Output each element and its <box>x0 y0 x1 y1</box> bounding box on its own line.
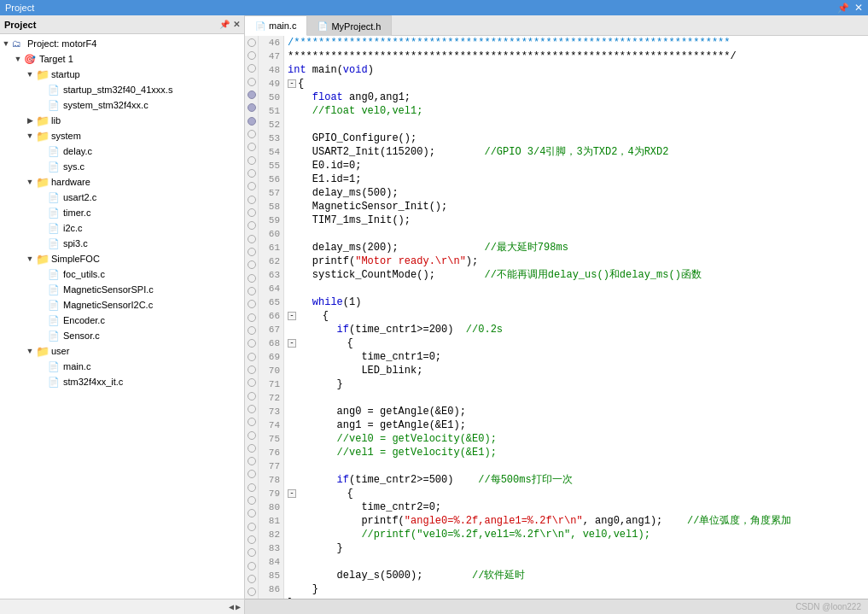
sidebar-item-sys-c[interactable]: 📄sys.c <box>0 159 244 174</box>
sidebar-item-system-folder[interactable]: ▼📁system <box>0 128 244 143</box>
bp-53[interactable] <box>245 127 259 140</box>
bp-61[interactable] <box>245 232 259 245</box>
sidebar-item-timer-c[interactable]: 📄timer.c <box>0 205 244 220</box>
bp-51[interactable] <box>245 102 259 114</box>
bp-55[interactable] <box>245 154 259 167</box>
bp-57[interactable] <box>245 180 259 193</box>
bp-54[interactable] <box>245 141 259 154</box>
sidebar-item-startup-folder[interactable]: ▼📁startup <box>0 67 244 82</box>
fold-btn-68[interactable]: - <box>288 339 296 348</box>
sidebar-item-spi3-c[interactable]: 📄spi3.c <box>0 236 244 251</box>
bp-73[interactable] <box>245 389 259 402</box>
bp-65[interactable] <box>245 284 259 297</box>
bp-87[interactable] <box>245 572 259 585</box>
code-line-66: - { <box>288 309 868 323</box>
bp-66[interactable] <box>245 298 259 311</box>
bp-72[interactable] <box>245 377 259 389</box>
close-icon[interactable]: ✕ <box>854 2 863 14</box>
code-editor[interactable]: 4647484950515253545556575859606162636465… <box>245 36 868 599</box>
bp-62[interactable] <box>245 245 259 258</box>
code-line-58: MagneticSensor_Init(); <box>288 200 868 213</box>
bp-49[interactable] <box>245 75 259 88</box>
bp-80[interactable] <box>245 481 259 494</box>
fold-btn-79[interactable]: - <box>288 489 296 498</box>
sidebar-item-i2c-c[interactable]: 📄i2c.c <box>0 220 244 236</box>
tree-label-startup-stm: startup_stm32f40_41xxx.s <box>63 85 172 95</box>
sidebar-item-target1[interactable]: ▼🎯Target 1 <box>0 51 244 67</box>
bp-63[interactable] <box>245 259 259 272</box>
bp-70[interactable] <box>245 350 259 363</box>
scroll-right-icon[interactable]: ▶ <box>236 602 241 612</box>
sidebar-item-user-folder[interactable]: ▼📁user <box>0 343 244 359</box>
scroll-left-icon[interactable]: ◀ <box>229 602 234 612</box>
tree-label-sys-c: sys.c <box>63 161 84 172</box>
line-num-47: 47 <box>259 50 283 63</box>
bp-82[interactable] <box>245 507 259 520</box>
bp-69[interactable] <box>245 337 259 350</box>
title-text: Project <box>5 3 34 13</box>
bp-68[interactable] <box>245 324 259 336</box>
code-line-48: int main(void) <box>288 63 868 77</box>
sidebar-item-usart2-c[interactable]: 📄usart2.c <box>0 190 244 205</box>
bp-60[interactable] <box>245 219 259 232</box>
fold-btn-49[interactable]: - <box>288 79 296 88</box>
bp-64[interactable] <box>245 272 259 284</box>
sidebar-item-sensor-c[interactable]: 📄Sensor.c <box>0 328 244 343</box>
bp-50[interactable] <box>245 88 259 101</box>
code-line-61: delay_ms(200); //最大延时798ms <box>288 241 868 254</box>
sidebar-item-delay-c[interactable]: 📄delay.c <box>0 143 244 159</box>
bp-67[interactable] <box>245 311 259 324</box>
sidebar-item-hardware-folder[interactable]: ▼📁hardware <box>0 174 244 190</box>
tab-MyProject-h[interactable]: 📄MyProject.h <box>307 15 392 36</box>
line-num-73: 73 <box>259 405 283 418</box>
sidebar-item-magnetic-i2c[interactable]: 📄MagneticSensorI2C.c <box>0 297 244 313</box>
sidebar-item-system-stm[interactable]: 📄system_stm32f4xx.c <box>0 97 244 113</box>
bp-84[interactable] <box>245 533 259 546</box>
bp-75[interactable] <box>245 416 259 429</box>
sidebar-item-foc-utils[interactable]: 📄foc_utils.c <box>0 266 244 282</box>
sidebar-item-main-c[interactable]: 📄main.c <box>0 359 244 374</box>
fold-btn-66[interactable]: - <box>288 312 296 320</box>
sidebar-item-magnetic-spi[interactable]: 📄MagneticSensorSPI.c <box>0 282 244 297</box>
bp-85[interactable] <box>245 547 259 559</box>
sidebar-item-project-root[interactable]: ▼🗂Project: motorF4 <box>0 36 244 51</box>
line-num-49: 49 <box>259 77 283 91</box>
code-line-63: systick_CountMode(); //不能再调用delay_us()和d… <box>288 268 868 282</box>
sidebar-item-stm32-it[interactable]: 📄stm32f4xx_it.c <box>0 374 244 389</box>
line-num-70: 70 <box>259 364 283 377</box>
sidebar-item-encoder-c[interactable]: 📄Encoder.c <box>0 313 244 328</box>
bp-77[interactable] <box>245 441 259 454</box>
bp-47[interactable] <box>245 49 259 61</box>
bp-88[interactable] <box>245 586 259 599</box>
code-line-76: //vel1 = getVelocity(&E1); <box>288 446 868 459</box>
close-sidebar-icon[interactable]: ✕ <box>233 20 240 29</box>
bp-78[interactable] <box>245 455 259 468</box>
sidebar-item-startup-stm[interactable]: 📄startup_stm32f40_41xxx.s <box>0 82 244 97</box>
bp-59[interactable] <box>245 206 259 219</box>
bp-52[interactable] <box>245 114 259 127</box>
line-num-55: 55 <box>259 159 283 173</box>
pin-icon[interactable]: 📌 <box>837 3 849 14</box>
bp-56[interactable] <box>245 167 259 179</box>
code-line-78: if(time_cntr2>=500) //每500ms打印一次 <box>288 473 868 487</box>
sidebar-item-simplefoc-folder[interactable]: ▼📁SimpleFOC <box>0 251 244 266</box>
code-line-71: } <box>288 377 868 391</box>
line-num-83: 83 <box>259 541 283 555</box>
sidebar-item-lib-folder[interactable]: ▶📁lib <box>0 113 244 128</box>
bp-74[interactable] <box>245 402 259 415</box>
bp-71[interactable] <box>245 363 259 376</box>
project-tree: ▼🗂Project: motorF4▼🎯Target 1▼📁startup📄st… <box>0 34 244 599</box>
code-line-73: ang0 = getAngle(&E0); <box>288 405 868 418</box>
pin-sidebar-icon[interactable]: 📌 <box>219 20 230 29</box>
tab-main-c[interactable]: 📄main.c <box>245 15 307 36</box>
bp-86[interactable] <box>245 559 259 572</box>
bp-79[interactable] <box>245 468 259 481</box>
line-num-58: 58 <box>259 200 283 213</box>
bp-46[interactable] <box>245 36 259 49</box>
bp-81[interactable] <box>245 494 259 506</box>
bp-76[interactable] <box>245 429 259 441</box>
code-line-80: time_cntr2=0; <box>288 500 868 514</box>
bp-58[interactable] <box>245 193 259 206</box>
bp-83[interactable] <box>245 520 259 533</box>
bp-48[interactable] <box>245 62 259 75</box>
